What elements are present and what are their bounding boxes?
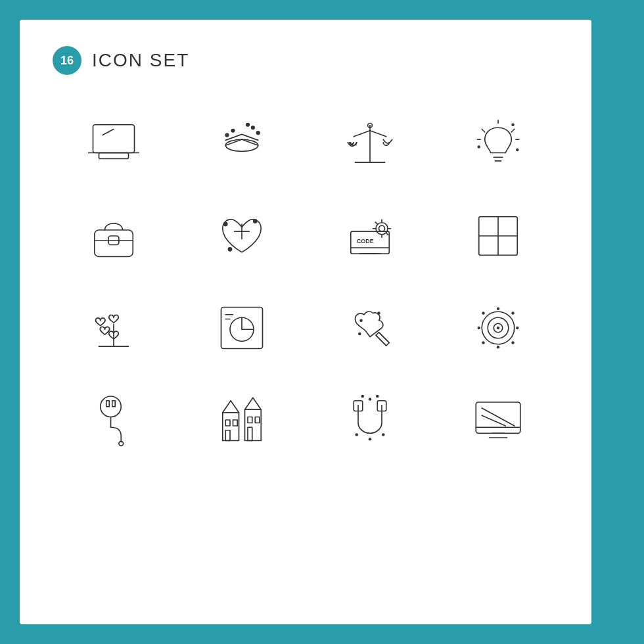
svg-rect-89: [248, 427, 252, 440]
monitor-icon: [469, 390, 528, 449]
magnet-icon-cell: [309, 377, 430, 463]
svg-point-93: [361, 395, 364, 398]
svg-line-46: [386, 233, 388, 235]
svg-point-68: [496, 346, 499, 349]
svg-point-92: [368, 398, 371, 401]
svg-point-40: [379, 225, 384, 231]
svg-rect-76: [106, 401, 109, 407]
svg-point-6: [251, 126, 254, 129]
layout-icon: [469, 206, 528, 265]
svg-point-31: [227, 247, 232, 252]
svg-point-70: [516, 327, 519, 330]
svg-rect-26: [94, 230, 133, 257]
svg-point-60: [359, 319, 363, 323]
justice-scale-icon: [340, 114, 400, 173]
icons-grid: CODE: [53, 101, 559, 463]
svg-line-19: [482, 129, 485, 133]
svg-point-74: [511, 341, 515, 344]
lightbulb-icon: [469, 114, 528, 173]
love-write-icon: [340, 298, 400, 357]
svg-rect-87: [248, 417, 252, 423]
code-settings-icon-cell: CODE: [309, 193, 430, 279]
pie-chart-icon: [212, 298, 271, 357]
svg-point-66: [496, 327, 499, 330]
svg-point-94: [376, 395, 379, 398]
plug-icon-cell: [53, 377, 174, 463]
svg-point-73: [482, 341, 485, 344]
svg-line-13: [370, 131, 386, 137]
svg-point-97: [368, 438, 371, 441]
lightbulb-icon-cell: [437, 101, 559, 187]
pie-chart-icon-cell: [181, 285, 302, 371]
handbag-icon: [84, 206, 143, 265]
svg-point-33: [223, 222, 227, 227]
svg-point-67: [496, 308, 499, 311]
layers-icon: [212, 114, 271, 173]
svg-point-9: [256, 131, 260, 135]
svg-point-69: [477, 327, 480, 330]
magnet-icon: [340, 390, 400, 449]
plug-icon: [84, 390, 143, 449]
svg-point-23: [511, 124, 515, 127]
buildings-icon: [212, 390, 271, 449]
svg-rect-82: [225, 420, 230, 426]
header-title: ICON SET: [92, 50, 189, 71]
svg-marker-81: [222, 401, 239, 413]
handbag-icon-cell: [53, 193, 174, 279]
code-settings-icon: CODE: [340, 206, 400, 265]
svg-line-20: [511, 129, 515, 133]
monitor-icon-cell: [437, 377, 559, 463]
svg-point-8: [225, 133, 229, 137]
buildings-icon-cell: [181, 377, 302, 463]
layout-icon-cell: [437, 193, 559, 279]
svg-point-72: [511, 311, 515, 315]
svg-rect-77: [112, 401, 115, 407]
heart-bandage-icon-cell: [181, 193, 302, 279]
svg-line-45: [375, 222, 377, 224]
layers-icon-cell: [181, 101, 302, 187]
hearts-plant-icon: [84, 298, 143, 357]
svg-point-5: [231, 129, 235, 133]
svg-rect-83: [233, 420, 237, 426]
justice-scale-icon-cell: [309, 101, 430, 187]
svg-point-62: [358, 333, 361, 336]
svg-rect-3: [99, 153, 128, 159]
svg-point-96: [382, 433, 385, 436]
svg-point-71: [482, 311, 485, 315]
svg-line-1: [103, 129, 114, 135]
svg-point-95: [355, 433, 358, 436]
svg-marker-86: [244, 398, 261, 409]
eye-target-icon: [469, 298, 528, 357]
svg-point-32: [252, 219, 257, 223]
laptop-icon-cell: [53, 101, 174, 187]
svg-rect-98: [476, 402, 520, 433]
svg-point-61: [377, 311, 380, 315]
svg-rect-84: [225, 430, 230, 441]
svg-line-12: [354, 131, 370, 137]
svg-point-75: [100, 396, 121, 417]
header: 16 ICON SET: [53, 46, 559, 75]
love-write-icon-cell: [309, 285, 430, 371]
heart-bandage-icon: [212, 206, 271, 265]
badge-number: 16: [53, 46, 81, 75]
laptop-icon: [84, 114, 143, 173]
svg-point-25: [516, 149, 519, 152]
svg-point-24: [477, 145, 480, 149]
svg-point-7: [246, 124, 249, 127]
svg-point-4: [225, 139, 258, 151]
eye-target-icon-cell: [437, 285, 559, 371]
svg-text:CODE: CODE: [356, 238, 373, 244]
svg-rect-88: [255, 417, 260, 423]
svg-line-103: [482, 415, 505, 426]
main-card: 16 ICON SET: [20, 20, 591, 624]
hearts-plant-icon-cell: [53, 285, 174, 371]
